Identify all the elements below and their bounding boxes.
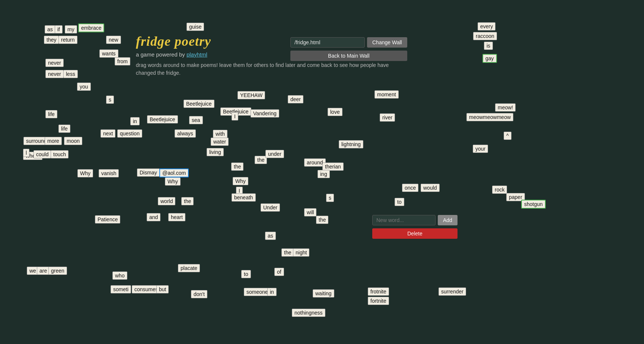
word-tile[interactable]: night	[293, 248, 309, 257]
word-tile[interactable]: meowmeowmeow	[466, 113, 513, 121]
word-tile[interactable]: life	[45, 110, 57, 118]
word-tile[interactable]: your	[473, 145, 488, 153]
word-tile[interactable]: are	[37, 267, 50, 275]
word-tile[interactable]: waiting	[313, 289, 334, 298]
word-tile[interactable]: will	[304, 208, 316, 216]
word-tile[interactable]: therian	[322, 163, 344, 171]
word-tile[interactable]: someone	[244, 288, 271, 296]
word-tile[interactable]: sea	[189, 116, 203, 124]
word-tile[interactable]: water	[211, 138, 229, 146]
word-tile[interactable]: you	[77, 83, 91, 91]
wall-input[interactable]	[290, 37, 365, 48]
word-tile[interactable]: wants	[99, 49, 118, 58]
word-tile[interactable]: Patience	[95, 215, 120, 224]
word-tile[interactable]: to	[395, 198, 404, 206]
word-tile[interactable]: Under	[261, 203, 280, 212]
word-tile[interactable]: would	[421, 184, 440, 192]
back-main-button[interactable]: Back to Main Wall	[290, 51, 407, 61]
subtitle-text: a game powered by	[136, 51, 185, 58]
word-tile[interactable]: Why	[233, 177, 248, 185]
word-tile[interactable]: under	[265, 150, 284, 158]
word-tile[interactable]: with	[213, 130, 227, 138]
word-tile[interactable]: heart	[168, 213, 185, 221]
word-tile[interactable]: touch	[51, 150, 68, 158]
word-tile[interactable]: living	[207, 148, 224, 156]
word-tile[interactable]: shotgun	[521, 200, 546, 209]
word-tile[interactable]: the	[181, 197, 194, 205]
word-tile[interactable]: vanish	[99, 169, 119, 177]
word-tile[interactable]: someti	[111, 285, 131, 293]
word-tile[interactable]: and	[147, 213, 160, 221]
word-tile[interactable]: less	[63, 70, 78, 78]
word-tile[interactable]: river	[380, 113, 395, 122]
word-tile[interactable]: ^	[504, 132, 511, 140]
word-tile[interactable]: as	[265, 232, 276, 240]
word-tile[interactable]: Beetlejuice	[184, 100, 214, 108]
word-tile[interactable]: never	[45, 70, 64, 78]
word-tile[interactable]: of	[274, 268, 284, 276]
word-tile[interactable]: guise	[186, 23, 204, 31]
word-tile[interactable]: the	[281, 248, 294, 257]
word-tile[interactable]: the	[316, 216, 328, 224]
word-tile[interactable]: raccoon	[473, 32, 497, 40]
word-tile[interactable]: who	[112, 271, 127, 280]
word-tile[interactable]: return	[58, 36, 77, 44]
word-tile[interactable]: fortnite	[368, 297, 389, 305]
word-tile[interactable]: don't	[191, 290, 207, 298]
word-tile[interactable]: l	[23, 149, 29, 157]
word-tile[interactable]: if	[55, 25, 63, 33]
word-tile[interactable]: s	[106, 96, 114, 104]
word-tile[interactable]: always	[175, 129, 196, 138]
add-word-button[interactable]: Add	[438, 215, 458, 225]
word-tile[interactable]: gay	[482, 54, 497, 63]
word-tile[interactable]: could	[34, 150, 51, 158]
word-tile[interactable]: deer	[288, 95, 303, 103]
word-tile[interactable]: my	[65, 25, 77, 33]
word-tile[interactable]: is	[484, 42, 493, 50]
word-tile[interactable]: new	[106, 36, 121, 44]
word-tile[interactable]: @aol.com	[159, 168, 189, 177]
word-tile[interactable]: in	[130, 117, 140, 125]
word-tile[interactable]: I	[232, 112, 238, 120]
word-tile[interactable]: nothingness	[292, 309, 325, 317]
word-tile[interactable]: as	[45, 25, 55, 33]
word-tile[interactable]: lightning	[339, 140, 363, 148]
word-tile[interactable]: to	[241, 270, 251, 278]
word-tile[interactable]: YEEHAW	[237, 91, 265, 99]
word-tile[interactable]: Dismay	[137, 168, 160, 177]
word-tile[interactable]: once	[402, 184, 418, 192]
word-tile[interactable]: world	[158, 197, 175, 205]
delete-button[interactable]: Delete	[372, 228, 458, 239]
word-tile[interactable]: embrace	[78, 23, 104, 32]
word-tile[interactable]: more	[45, 137, 62, 145]
word-tile[interactable]: but	[156, 285, 169, 293]
word-tile[interactable]: s	[326, 194, 334, 202]
word-tile[interactable]: in	[267, 288, 277, 296]
change-wall-button[interactable]: Change Wall	[367, 37, 407, 48]
word-tile[interactable]: life	[58, 125, 70, 133]
word-tile[interactable]: Beetlejuice	[147, 115, 178, 123]
word-tile[interactable]: love	[328, 108, 342, 116]
playhtml-link[interactable]: playhtml	[186, 51, 207, 58]
word-tile[interactable]: moment	[374, 90, 399, 99]
word-tile[interactable]: next	[101, 129, 115, 138]
word-tile[interactable]: rock	[492, 186, 507, 194]
word-tile[interactable]: green	[48, 267, 67, 275]
word-tile[interactable]: Why	[165, 177, 181, 186]
word-tile[interactable]: Vandering	[251, 109, 279, 118]
word-tile[interactable]: moon	[64, 137, 82, 145]
word-tile[interactable]: Why	[77, 169, 93, 177]
word-tile[interactable]: every	[478, 22, 495, 30]
word-tile[interactable]: from	[115, 57, 130, 65]
word-tile[interactable]: beneath	[232, 193, 256, 202]
word-tile[interactable]: frotnite	[368, 287, 389, 296]
word-tile[interactable]: never	[45, 59, 64, 67]
word-tile[interactable]: surrender	[439, 287, 466, 296]
word-tile[interactable]: the	[231, 163, 243, 171]
word-tile[interactable]: meow!	[495, 103, 516, 112]
word-tile[interactable]: they	[44, 36, 59, 44]
word-tile[interactable]: question	[117, 129, 142, 138]
new-word-input[interactable]	[372, 215, 436, 225]
word-tile[interactable]: placate	[178, 264, 200, 272]
word-tile[interactable]: ing	[318, 170, 330, 178]
